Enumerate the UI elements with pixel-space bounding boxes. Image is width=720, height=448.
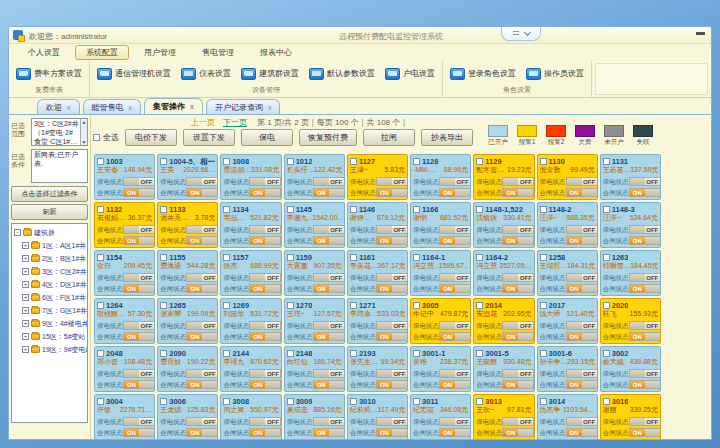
card-checkbox[interactable] — [603, 158, 610, 165]
keep-status-toggle[interactable]: OFF — [186, 225, 218, 234]
card-checkbox[interactable] — [287, 158, 294, 165]
close-icon[interactable]: x — [67, 104, 71, 111]
meter-card[interactable]: 1145李珊九…1542.00…保电状态OFF合闸状态ON — [284, 202, 345, 248]
keep-status-toggle[interactable]: OFF — [439, 177, 471, 186]
card-checkbox[interactable] — [223, 158, 230, 165]
ribbon-button-操作员设置[interactable]: 操作员设置 — [523, 66, 587, 82]
keep-status-toggle[interactable]: OFF — [566, 225, 598, 234]
meter-card[interactable]: 3002俞天娥439.88元保电状态OFF合闸状态ON — [600, 346, 661, 392]
card-checkbox[interactable] — [97, 350, 104, 357]
card-checkbox[interactable] — [413, 398, 420, 405]
card-checkbox[interactable] — [287, 254, 294, 261]
card-checkbox[interactable] — [413, 302, 420, 309]
keep-status-toggle[interactable]: OFF — [566, 321, 598, 330]
meter-card[interactable]: 1161季美花…367.17元保电状态OFF合闸状态ON — [347, 250, 408, 296]
card-checkbox[interactable] — [603, 206, 610, 213]
close-icon[interactable]: x — [268, 104, 272, 111]
card-checkbox[interactable] — [160, 350, 167, 357]
switch-status-toggle[interactable]: ON — [313, 236, 345, 245]
tree-item[interactable]: +3区：C区2#井（D区1… — [14, 265, 87, 278]
expand-icon[interactable]: + — [22, 346, 29, 353]
meter-card[interactable]: 1264胡桃丽…57.30元保电状态OFF合闸状态ON — [94, 298, 155, 344]
keep-status-toggle[interactable]: OFF — [629, 417, 661, 426]
expand-icon[interactable]: + — [22, 294, 29, 301]
minimize-button[interactable] — [696, 32, 705, 35]
tree-item[interactable]: +6区：F区1#井（ — [14, 291, 87, 304]
keep-status-toggle[interactable]: OFF — [249, 273, 281, 282]
card-checkbox[interactable] — [540, 302, 547, 309]
meter-card[interactable]: 1271李玮余…533.03元保电状态OFF合闸状态ON — [347, 298, 408, 344]
card-checkbox[interactable] — [223, 398, 230, 405]
meter-card[interactable]: 1166谢明681.52元保电状态OFF合闸状态ON — [410, 202, 471, 248]
meter-card[interactable]: 3006王龙镇125.83元保电状态OFF合闸状态ON — [157, 394, 218, 439]
card-checkbox[interactable] — [413, 158, 420, 165]
keep-status-toggle[interactable]: OFF — [502, 225, 534, 234]
keep-status-toggle[interactable]: OFF — [123, 273, 155, 282]
keep-status-toggle[interactable]: OFF — [629, 177, 661, 186]
doc-tab-欢迎[interactable]: 欢迎x — [37, 99, 80, 114]
toolbar-button-抄表导出[interactable]: 抄表导出 — [421, 129, 473, 146]
meter-card[interactable]: 1148-1,522沈毓铁330.41元保电状态OFF合闸状态ON — [473, 202, 534, 248]
switch-status-toggle[interactable]: ON — [249, 236, 281, 245]
menu-tab-个人设置[interactable]: 个人设置 — [17, 45, 71, 60]
switch-status-toggle[interactable]: ON — [566, 428, 598, 437]
keep-status-toggle[interactable]: OFF — [566, 273, 598, 282]
meter-card[interactable]: 3004许敏2276.71…保电状态OFF合闸状态ON — [94, 394, 155, 439]
switch-status-toggle[interactable]: ON — [439, 188, 471, 197]
menu-tab-售电管理[interactable]: 售电管理 — [191, 45, 245, 60]
meter-card[interactable]: 3014仇杰争1103.54…保电状态OFF合闸状态ON — [537, 394, 598, 439]
switch-status-toggle[interactable]: ON — [502, 332, 534, 341]
switch-status-toggle[interactable]: ON — [186, 284, 218, 293]
switch-status-toggle[interactable]: ON — [629, 284, 661, 293]
card-checkbox[interactable] — [540, 158, 547, 165]
meter-card[interactable]: 3005牛记中479.87元保电状态OFF合闸状态ON — [410, 298, 471, 344]
card-checkbox[interactable] — [97, 254, 104, 261]
card-checkbox[interactable] — [413, 206, 420, 213]
card-checkbox[interactable] — [603, 350, 610, 357]
meter-card[interactable]: 2017钱大师121.40元保电状态OFF合闸状态ON — [537, 298, 598, 344]
switch-status-toggle[interactable]: ON — [629, 332, 661, 341]
meter-card[interactable]: 2193张先生…59.34元保电状态OFF合闸状态ON — [347, 346, 408, 392]
keep-status-toggle[interactable]: OFF — [186, 273, 218, 282]
card-checkbox[interactable] — [476, 350, 483, 357]
switch-status-toggle[interactable]: ON — [566, 236, 598, 245]
meter-card[interactable]: 1127王津~5.83元保电状态OFF合闸状态ON — [347, 154, 408, 200]
card-checkbox[interactable] — [476, 254, 483, 261]
switch-status-toggle[interactable]: ON — [439, 428, 471, 437]
keep-status-toggle[interactable]: OFF — [629, 225, 661, 234]
card-checkbox[interactable] — [476, 398, 483, 405]
expand-icon[interactable]: + — [22, 268, 29, 275]
switch-status-toggle[interactable]: ON — [502, 428, 534, 437]
switch-status-toggle[interactable]: ON — [249, 284, 281, 293]
switch-status-toggle[interactable]: ON — [313, 428, 345, 437]
meter-card[interactable]: 1148-2汪洋~988.35元保电状态OFF合闸状态ON — [537, 202, 598, 248]
card-checkbox[interactable] — [287, 302, 294, 309]
keep-status-toggle[interactable]: OFF — [502, 417, 534, 426]
card-checkbox[interactable] — [97, 158, 104, 165]
tree-item[interactable]: +1区：A区1#井 — [14, 239, 87, 252]
meter-card[interactable]: 3011纪宏霞346.08元保电状态OFF合闸状态ON — [410, 394, 471, 439]
switch-status-toggle[interactable]: ON — [313, 284, 345, 293]
meter-card[interactable]: 1003王安春148.94元保电状态OFF合闸状态ON — [94, 154, 155, 200]
switch-status-toggle[interactable]: ON — [123, 236, 155, 245]
toolbar-button-恢复预付费[interactable]: 恢复预付费 — [299, 129, 357, 146]
keep-status-toggle[interactable]: OFF — [439, 273, 471, 282]
keep-status-toggle[interactable]: OFF — [376, 273, 408, 282]
keep-status-toggle[interactable]: OFF — [502, 273, 534, 282]
meter-card[interactable]: 2090费育奴190.22元保电状态OFF合闸状态ON — [157, 346, 218, 392]
switch-status-toggle[interactable]: ON — [376, 188, 408, 197]
switch-status-toggle[interactable]: ON — [629, 380, 661, 389]
chevron-down-icon[interactable] — [523, 29, 530, 36]
card-checkbox[interactable] — [350, 254, 357, 261]
keep-status-toggle[interactable]: OFF — [566, 369, 598, 378]
meter-card[interactable]: 2014安思花202.95元保电状态OFF合闸状态ON — [473, 298, 534, 344]
meter-card[interactable]: 1146谢铮…879.12元保电状态OFF合闸状态ON — [347, 202, 408, 248]
ribbon-button-户电设置[interactable]: 户电设置 — [382, 66, 438, 82]
keep-status-toggle[interactable]: OFF — [439, 321, 471, 330]
card-checkbox[interactable] — [350, 350, 357, 357]
switch-status-toggle[interactable]: ON — [376, 236, 408, 245]
meter-card[interactable]: 1133酒井亮…3.78元保电状态OFF合闸状态ON — [157, 202, 218, 248]
doc-tab-开户记录查询[interactable]: 开户记录查询x — [206, 99, 281, 114]
switch-status-toggle[interactable]: ON — [566, 380, 598, 389]
toolbar-button-电价下发[interactable]: 电价下发 — [125, 129, 177, 146]
